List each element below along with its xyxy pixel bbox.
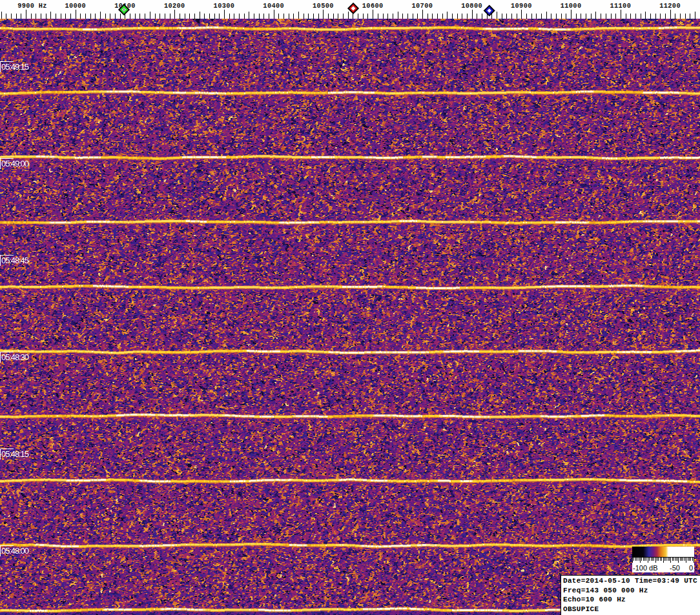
svg-text:11200: 11200 [659, 2, 681, 10]
svg-text:10300: 10300 [214, 2, 235, 10]
svg-text:0: 0 [689, 564, 693, 572]
svg-text:11000: 11000 [561, 2, 582, 10]
svg-text:10400: 10400 [263, 2, 284, 10]
svg-text:10600: 10600 [362, 2, 384, 10]
svg-text:-50: -50 [670, 564, 680, 572]
svg-text:10500: 10500 [313, 2, 334, 10]
svg-text:10800: 10800 [461, 2, 482, 10]
svg-text:10900: 10900 [511, 2, 532, 10]
svg-text:10200: 10200 [164, 2, 185, 10]
svg-text:9900 Hz: 9900 Hz [17, 2, 47, 10]
svg-text:11100: 11100 [610, 2, 632, 10]
svg-text:10700: 10700 [412, 2, 433, 10]
svg-text:10000: 10000 [65, 2, 86, 10]
svg-text:-100 dB: -100 dB [633, 564, 658, 572]
